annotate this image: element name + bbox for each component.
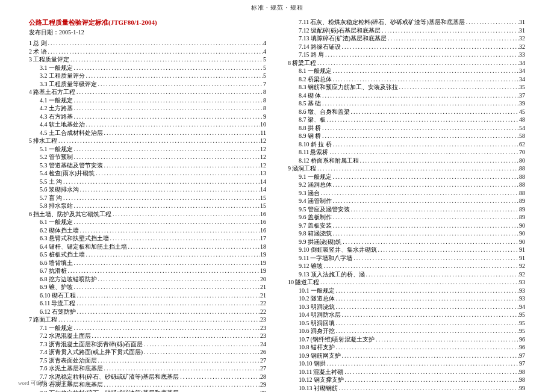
toc-page: 16 <box>260 210 266 219</box>
toc-leader <box>332 173 520 181</box>
toc-row: 9.5管座及涵管安装89 <box>288 205 525 214</box>
toc-number: 7.6 <box>40 364 48 373</box>
toc-number: 4.5 <box>40 129 48 137</box>
toc-page: 45 <box>519 108 525 116</box>
toc-page: 8 <box>263 96 266 105</box>
toc-label: 一般规定 <box>48 64 73 72</box>
toc-label: 工程质量评定 <box>32 55 69 64</box>
toc-page: 32 <box>519 43 525 51</box>
toc-leader <box>332 229 520 238</box>
toc-row: 2术 语4 <box>29 48 266 56</box>
toc-leader <box>75 88 263 96</box>
toc-page: 4 <box>263 39 266 48</box>
toc-leader <box>465 18 519 26</box>
toc-page: 22 <box>260 308 266 316</box>
toc-label: 沥青贯入式路面(或上拌下贯式面层) <box>48 348 143 356</box>
toc-leader <box>103 381 261 389</box>
toc-leader <box>328 148 519 157</box>
toc-page: 97 <box>519 352 525 360</box>
toc-page: 8 <box>263 104 266 113</box>
page-footer: word 可编辑 · 实用文档 <box>18 379 73 387</box>
toc-page: 91 <box>519 254 525 263</box>
toc-leader <box>143 340 260 349</box>
toc-label: 沥青混凝土面层和沥青碎(砾)石面层 <box>48 340 143 349</box>
toc-page: 90 <box>519 222 525 230</box>
toc-label: 桥梁工程 <box>291 59 316 67</box>
toc-page: 15 <box>260 194 266 202</box>
toc-page: 88 <box>519 173 525 181</box>
toc-row: 4.2土方路基8 <box>29 104 266 113</box>
toc-leader <box>111 210 260 219</box>
toc-page: 70 <box>519 148 525 157</box>
toc-page: 89 <box>519 213 525 222</box>
toc-number: 9.11 <box>299 254 309 263</box>
toc-row: 6.4锚杆、锚定板和加筋土挡土墙18 <box>29 243 266 251</box>
toc-leader <box>179 389 260 393</box>
toc-label: 沥青表面处治面层 <box>48 356 97 365</box>
toc-number: 9.12 <box>299 262 310 270</box>
toc-row: 3.1一般规定5 <box>29 64 266 72</box>
document-title: 公路工程质量检验评定标准(JTGF80/1-2004) <box>29 18 266 27</box>
toc-number: 8.12 <box>299 157 310 165</box>
toc-label: 混凝土衬砌 <box>312 368 343 376</box>
toc-label: 洞身开挖 <box>310 327 335 335</box>
toc-number: 5.5 <box>40 178 48 186</box>
toc-row: 8.3钢筋和预应力筋加工、安装及张拉35 <box>288 83 525 92</box>
toc-number: 10.2 <box>299 294 310 303</box>
toc-number: 8.2 <box>299 75 307 84</box>
toc-number: 10.1 <box>299 287 310 295</box>
toc-page: 15 <box>260 202 266 210</box>
toc-page: 93 <box>519 294 525 303</box>
toc-number: 6.4 <box>40 243 48 251</box>
toc-label: 拱 桥 <box>307 124 322 132</box>
toc-page: 95 <box>519 327 525 335</box>
toc-leader <box>85 250 261 259</box>
toc-label: 一般规定 <box>310 287 335 295</box>
toc-label: 检查(雨水)井砌筑 <box>48 169 95 178</box>
toc-number: 9.4 <box>299 197 307 205</box>
toc-label: 软土地基处治 <box>48 120 85 129</box>
toc-label: 衬砌钢筋 <box>313 384 338 393</box>
toc-leader <box>335 319 520 328</box>
toc-label: 涵洞工程 <box>291 164 316 173</box>
toc-page: 19 <box>260 259 266 267</box>
toc-number: 8.10 <box>299 140 310 149</box>
toc-leader <box>47 48 264 56</box>
toc-number: 6.7 <box>40 267 48 275</box>
toc-page: 21 <box>260 291 266 300</box>
toc-label: 钢筋和预应力筋加工、安装及张拉 <box>307 83 398 92</box>
toc-label: 排水工程 <box>32 137 57 145</box>
toc-page: 12 <box>260 145 266 154</box>
toc-page: 88 <box>519 181 525 189</box>
toc-row: 3工程质量评定5 <box>29 55 266 64</box>
toc-leader <box>109 234 261 243</box>
toc-row: 10.3明洞浇筑94 <box>288 303 525 311</box>
toc-leader <box>332 213 520 222</box>
toc-leader <box>76 308 261 316</box>
toc-label: 一般规定 <box>307 67 332 75</box>
toc-number: 7.12 <box>299 26 310 35</box>
publish-date: 发布日期：2005-1-12 <box>29 28 266 37</box>
toc-number: 6.3 <box>40 234 48 243</box>
toc-label: 石灰、粉煤灰稳定粒料(碎石、砂砾或矿渣等)基层和底基层 <box>309 18 465 26</box>
toc-leader <box>332 67 520 75</box>
toc-page: 99 <box>519 384 525 393</box>
toc-label: 路基土石方工程 <box>32 88 75 96</box>
toc-page: 23 <box>260 332 266 340</box>
toc-leader <box>316 59 519 67</box>
toc-label: 导流工程 <box>50 299 75 308</box>
toc-page: 33 <box>519 51 525 59</box>
toc-page: 8 <box>263 88 266 96</box>
toc-number: 5.3 <box>40 161 48 170</box>
toc-leader <box>398 83 520 92</box>
toc-row: 7.14路缘石铺设32 <box>288 43 525 51</box>
toc-label: 明洞浇筑 <box>310 303 335 311</box>
toc-label: 钢 桥 <box>307 132 322 140</box>
toc-leader <box>341 43 520 51</box>
toc-label: 锥、护坡 <box>48 283 73 291</box>
toc-row: 7.1一般规定23 <box>29 324 266 332</box>
toc-label: 挖方边坡锚喷防护 <box>48 275 97 284</box>
toc-row: 5.7盲 沟15 <box>29 194 266 202</box>
toc-row: 3.3工程质量等级评定7 <box>29 80 266 89</box>
toc-leader <box>91 332 261 340</box>
